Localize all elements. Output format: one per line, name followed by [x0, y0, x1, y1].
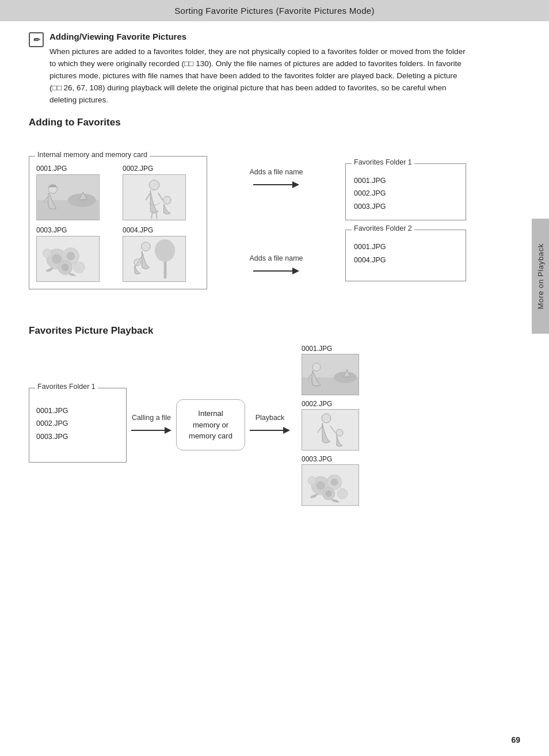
arrow-label-1: Adds a file name	[249, 168, 303, 176]
svg-point-49	[336, 429, 343, 436]
page-header: Sorting Favorite Pictures (Favorite Pict…	[0, 0, 549, 21]
playback-arrow	[250, 424, 290, 437]
svg-point-16	[52, 254, 62, 264]
result-label-3: 0003.JPG	[302, 455, 332, 463]
img-thumb-3	[36, 236, 100, 282]
folder-files-1: 0001.JPG0002.JPG0003.JPG	[354, 171, 459, 213]
svg-point-58	[308, 476, 316, 484]
svg-marker-35	[165, 427, 171, 434]
folder-files-2: 0001.JPG0004.JPG	[354, 237, 459, 266]
list-item: 0002.JPG	[123, 165, 200, 220]
note-icon: ✏	[29, 32, 44, 47]
list-item: 0004.JPG	[123, 226, 200, 282]
header-title: Sorting Favorite Pictures (Favorite Pict…	[174, 6, 375, 16]
img-thumb-4	[123, 236, 186, 282]
result-thumb-2	[302, 409, 359, 450]
svg-point-46	[322, 414, 331, 423]
sidebar-tab-label: More on Playback	[536, 243, 545, 309]
dest-area: Favorites Folder 1 0001.JPG0002.JPG0003.…	[345, 163, 466, 282]
playback-source-box: Favorites Folder 1 0001.JPG0002.JPG0003.…	[29, 388, 127, 463]
adding-heading: Adding to Favorites	[29, 117, 466, 128]
svg-point-18	[67, 252, 75, 260]
main-content: ✏ Adding/Viewing Favorite Pictures When …	[0, 21, 501, 523]
note-section: ✏ Adding/Viewing Favorite Pictures When …	[29, 32, 466, 106]
svg-point-26	[142, 242, 151, 251]
image-grid: 0001.JPG	[36, 165, 200, 282]
folder-label-2: Favorites Folder 2	[352, 224, 414, 232]
note-body: When pictures are added to a favorites f…	[49, 46, 466, 106]
svg-point-55	[331, 479, 338, 486]
svg-point-13	[163, 196, 171, 204]
svg-marker-37	[283, 427, 290, 434]
img-thumb-1	[36, 174, 100, 220]
svg-point-57	[326, 491, 331, 497]
memory-label: Internalmemory ormemory card	[189, 409, 232, 440]
svg-point-8	[149, 180, 159, 190]
img-label-3: 0003.JPG	[36, 226, 67, 234]
calling-arrow-area: Calling a file	[127, 414, 176, 437]
result-thumb-3	[302, 464, 359, 506]
list-item: 0001.JPG	[36, 165, 113, 220]
playback-results: 0001.JPG 0002.	[302, 345, 359, 506]
list-item: 0003.JPG	[302, 455, 359, 506]
list-item: 0001.JPG	[302, 345, 359, 395]
svg-point-59	[337, 488, 348, 499]
folder-box-1: Favorites Folder 1 0001.JPG0002.JPG0003.…	[345, 163, 466, 221]
svg-point-53	[317, 482, 325, 490]
adding-diagram: Internal memory and memory card 0001.JPG	[29, 136, 466, 309]
note-heading: Adding/Viewing Favorite Pictures	[49, 32, 466, 41]
result-label-2: 0002.JPG	[302, 400, 332, 408]
memory-box: Internalmemory ormemory card	[176, 399, 245, 450]
note-content: Adding/Viewing Favorite Pictures When pi…	[49, 32, 466, 106]
img-label-1: 0001.JPG	[36, 165, 67, 173]
source-label: Internal memory and memory card	[35, 151, 150, 159]
img-label-2: 0002.JPG	[123, 165, 153, 173]
svg-marker-33	[292, 268, 299, 274]
sidebar-tab: More on Playback	[532, 219, 549, 334]
playback-heading: Favorites Picture Playback	[29, 325, 466, 337]
result-thumb-1	[302, 354, 359, 395]
img-label-4: 0004.JPG	[123, 226, 153, 234]
svg-point-25	[155, 239, 175, 261]
list-item: 0003.JPG	[36, 226, 113, 282]
arrow-1	[253, 178, 299, 191]
playback-arrow-area: Playback	[245, 414, 295, 437]
page-number: 69	[511, 735, 520, 744]
svg-rect-23	[123, 236, 185, 281]
playback-source-files: 0001.JPG0002.JPG0003.JPG	[36, 396, 119, 444]
playback-diagram: Favorites Folder 1 0001.JPG0002.JPG0003.…	[29, 345, 466, 506]
result-label-1: 0001.JPG	[302, 345, 332, 353]
svg-point-44	[312, 363, 321, 371]
arrow-row-1: Adds a file name	[249, 168, 303, 191]
svg-point-20	[62, 264, 68, 270]
calling-label: Calling a file	[132, 414, 171, 422]
arrow-row-2: Adds a file name	[249, 254, 303, 277]
img-thumb-2	[123, 174, 186, 220]
arrow-label-2: Adds a file name	[249, 254, 303, 262]
svg-point-22	[74, 261, 85, 273]
playback-source-label: Favorites Folder 1	[35, 383, 98, 391]
arrow-2	[253, 265, 299, 277]
list-item: 0002.JPG	[302, 400, 359, 450]
folder-box-2: Favorites Folder 2 0001.JPG0004.JPG	[345, 230, 466, 281]
arrow-area: Adds a file name Adds a file name	[207, 136, 345, 309]
folder-label-1: Favorites Folder 1	[352, 158, 414, 166]
calling-arrow	[131, 424, 171, 437]
playback-label: Playback	[256, 414, 285, 422]
svg-marker-31	[292, 181, 299, 188]
svg-point-21	[43, 249, 52, 258]
svg-rect-45	[302, 410, 359, 450]
svg-point-28	[134, 259, 141, 266]
source-box: Internal memory and memory card 0001.JPG	[29, 156, 207, 289]
